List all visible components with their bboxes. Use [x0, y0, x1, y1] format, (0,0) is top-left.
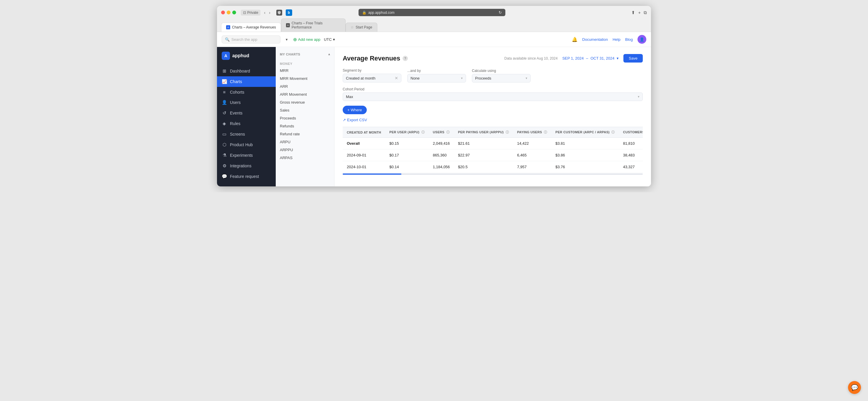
- chart-nav-refunds[interactable]: Refunds: [276, 122, 334, 130]
- col-info-per-paying-user[interactable]: ⓘ: [506, 130, 509, 134]
- private-window-icon: ⊡: [243, 10, 246, 15]
- segment-clear-icon[interactable]: ✕: [395, 76, 398, 81]
- chart-nav-gross-revenue[interactable]: Gross revenue: [276, 98, 334, 106]
- sidebar-item-experiments[interactable]: ⚗ Experiments: [217, 150, 276, 161]
- sidebar-toggle-button[interactable]: ⧉: [644, 10, 647, 15]
- chart-nav-arpu[interactable]: ARPU: [276, 138, 334, 146]
- table-header-row: CREATED AT MONTH PER USER (ARPU) ⓘ USERS…: [343, 127, 643, 138]
- cell-customers-oct: 43,327: [619, 161, 643, 173]
- user-avatar[interactable]: 👤: [638, 35, 646, 44]
- sidebar-item-users[interactable]: 👤 Users: [217, 97, 276, 108]
- lock-icon: 🔒: [362, 10, 367, 15]
- tab-start-page[interactable]: ☆ Start Page: [346, 23, 377, 32]
- chart-nav-sales[interactable]: Sales: [276, 106, 334, 114]
- calculate-using-select[interactable]: Proceeds ▾: [472, 74, 531, 83]
- col-info-paying-users[interactable]: ⓘ: [544, 130, 547, 134]
- dashboard-icon: ⊞: [222, 68, 227, 74]
- sidebar-item-feature-request[interactable]: 💬 Feature request: [217, 171, 276, 182]
- save-button[interactable]: Save: [623, 54, 643, 63]
- bing-icon[interactable]: b: [286, 9, 292, 16]
- scrollbar-thumb[interactable]: [343, 174, 401, 175]
- page-header: Average Revenues ? Data available since …: [343, 54, 643, 63]
- private-badge: ⊡ Private: [241, 10, 260, 16]
- nav-back-button[interactable]: ‹: [263, 10, 267, 16]
- cell-customers-overall: 81,810: [619, 138, 643, 149]
- utc-chevron-icon: ▾: [333, 37, 335, 42]
- filters-row: Segment by Created at month ✕ ...and by …: [343, 68, 643, 83]
- new-tab-button[interactable]: +: [638, 10, 641, 15]
- chart-nav-arr-movement[interactable]: ARR Movement: [276, 90, 334, 98]
- chart-nav-arpas[interactable]: ARPAS: [276, 154, 334, 162]
- chart-nav-proceeds[interactable]: Proceeds: [276, 114, 334, 122]
- sidebar-item-dashboard[interactable]: ⊞ Dashboard: [217, 66, 276, 76]
- main-panel: Average Revenues ? Data available since …: [335, 47, 651, 186]
- nav-forward-button[interactable]: ›: [268, 10, 272, 16]
- app-dropdown-button[interactable]: ▾: [284, 36, 289, 43]
- data-available-text: Data available since Aug 10, 2024: [504, 56, 557, 60]
- add-app-button[interactable]: ⊕ Add new app: [293, 37, 320, 42]
- sidebar-item-product-hub[interactable]: ⬡ Product Hub: [217, 140, 276, 150]
- export-csv-link[interactable]: ↗ Export CSV: [343, 118, 643, 122]
- cell-label-oct: 2024-10-01: [343, 161, 385, 173]
- traffic-light-green[interactable]: [232, 10, 236, 14]
- segment-by-select[interactable]: Created at month ✕: [343, 74, 401, 83]
- cell-paying-users-sep: 6,465: [513, 149, 552, 161]
- sidebar-item-rules[interactable]: ◈ Rules: [217, 118, 276, 129]
- col-header-per-user: PER USER (ARPU) ⓘ: [385, 127, 429, 138]
- chart-nav-arppu[interactable]: ARPPU: [276, 146, 334, 154]
- screens-icon: ▭: [222, 131, 227, 137]
- and-by-label: ...and by: [407, 69, 466, 73]
- traffic-light-yellow[interactable]: [227, 10, 230, 14]
- tab-free-trials[interactable]: A Charts – Free Trials Performance: [281, 19, 346, 32]
- utc-button[interactable]: UTC ▾: [324, 37, 335, 42]
- charts-icon: 📈: [222, 79, 227, 84]
- cell-users-sep: 865,360: [429, 149, 454, 161]
- logo-icon: A: [222, 52, 230, 60]
- cohort-period-group: Cohort Period Max ▾: [343, 87, 643, 101]
- star-icon: ☆: [351, 25, 354, 29]
- notification-button[interactable]: 🔔: [572, 37, 578, 42]
- sidebar-item-events[interactable]: ↺ Events: [217, 108, 276, 118]
- share-button[interactable]: ⬆: [631, 10, 635, 15]
- sidebar-item-screens[interactable]: ▭ Screens: [217, 129, 276, 140]
- plus-icon: ⊕: [293, 37, 297, 42]
- help-link[interactable]: Help: [613, 37, 620, 42]
- traffic-light-red[interactable]: [221, 10, 225, 14]
- product-hub-icon: ⬡: [222, 142, 227, 147]
- table-row: Overall $0.15 2,049,416 $21.61 14,422 $3…: [343, 138, 643, 149]
- table-container: CREATED AT MONTH PER USER (ARPU) ⓘ USERS…: [343, 127, 643, 175]
- sidebar-item-cohorts[interactable]: ≡ Cohorts: [217, 87, 276, 97]
- search-box[interactable]: 🔍 Search the app: [222, 35, 280, 43]
- chart-nav-mrr-movement[interactable]: MRR Movement: [276, 74, 334, 83]
- date-range-button[interactable]: SEP 1, 2024 – OCT 31, 2024 ▾: [562, 56, 619, 60]
- cell-users-oct: 1,184,056: [429, 161, 454, 173]
- data-table: CREATED AT MONTH PER USER (ARPU) ⓘ USERS…: [343, 127, 643, 173]
- calculate-using-label: Calculate using: [472, 69, 531, 73]
- search-icon: 🔍: [225, 37, 229, 42]
- events-icon: ↺: [222, 111, 227, 116]
- cohort-period-select[interactable]: Max ▾: [343, 92, 643, 101]
- where-button[interactable]: + Where: [343, 106, 367, 114]
- calculate-chevron-icon: ▾: [526, 76, 527, 80]
- and-by-select[interactable]: None ▾: [407, 74, 466, 83]
- chart-sidebar-toggle-icon[interactable]: ▴: [328, 52, 330, 56]
- reload-icon[interactable]: ↻: [499, 10, 502, 15]
- address-bar[interactable]: 🔒 app.apphud.com ↻: [359, 9, 505, 16]
- col-info-users[interactable]: ⓘ: [446, 130, 450, 134]
- horizontal-scrollbar[interactable]: [343, 174, 643, 175]
- feature-request-icon: 💬: [222, 174, 227, 179]
- sidebar-item-integrations[interactable]: ⚙ Integrations: [217, 161, 276, 171]
- col-info-per-customer[interactable]: ⓘ: [611, 130, 615, 134]
- documentation-link[interactable]: Documentation: [582, 37, 608, 42]
- blog-link[interactable]: Blog: [625, 37, 633, 42]
- col-info-per-user[interactable]: ⓘ: [422, 130, 425, 134]
- chart-nav-mrr[interactable]: MRR: [276, 67, 334, 74]
- experiments-icon: ⚗: [222, 153, 227, 158]
- sidebar-item-charts[interactable]: 📈 Charts: [217, 76, 276, 87]
- top-bar: 🔍 Search the app ▾ ⊕ Add new app UTC ▾ 🔔…: [217, 32, 651, 47]
- tab-average-revenues[interactable]: A Charts – Average Revenues: [221, 23, 281, 32]
- cell-per-user-sep: $0.17: [385, 149, 429, 161]
- help-tooltip-icon[interactable]: ?: [403, 56, 408, 61]
- chart-nav-refund-rate[interactable]: Refund rate: [276, 130, 334, 138]
- chart-nav-arr[interactable]: ARR: [276, 83, 334, 90]
